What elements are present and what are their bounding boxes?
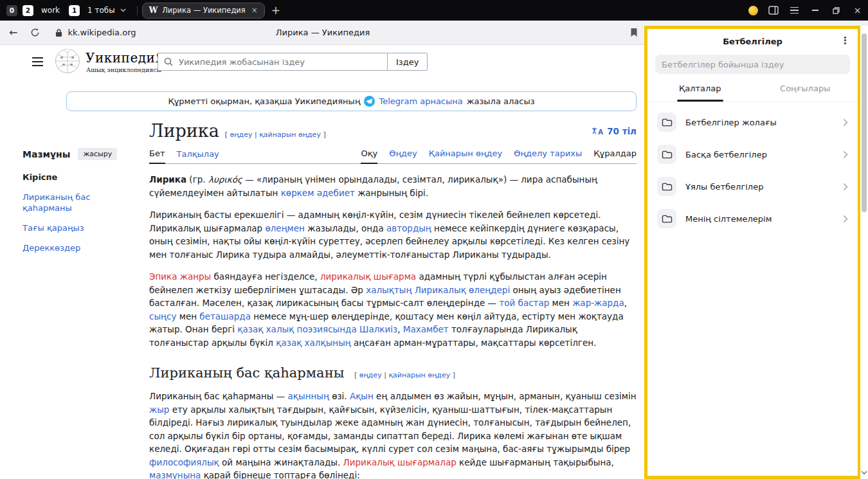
article-title: Лирика [149,121,219,141]
folder-row-mobile-bookmarks[interactable]: Ұялы бетбелгілер [647,170,858,203]
bookmarks-search-input[interactable] [655,60,850,69]
wiki-link[interactable]: мазмұнына [149,470,201,479]
pipe: | [384,371,386,379]
bracket: [ [225,131,228,139]
folder-label: Бетбелгілер жолағы [685,118,777,127]
pipe: | [255,131,257,139]
wiki-link[interactable]: Шалкиіз [359,324,397,334]
language-count: 70 тіл [607,126,637,136]
wikipedia-logo[interactable] [55,48,80,77]
active-tab[interactable]: W Лирика — Уикипедия × [142,3,265,19]
wiki-link[interactable]: автордың [386,223,431,233]
bookmark-icon[interactable] [630,28,638,37]
wiki-link[interactable]: сыңсу [149,311,176,321]
rewards-icon[interactable] [743,6,763,15]
browser-menu-icon[interactable] [784,7,804,14]
wiki-redlink[interactable]: Лирикалық шығармалар [343,457,457,467]
wiki-link[interactable]: философиялық [149,457,219,467]
reload-button[interactable] [30,28,40,37]
text-segment: (гр. [186,174,208,185]
folder-label: Менің сілтемелерім [685,214,772,224]
wiki-link[interactable]: беташарда [199,311,251,321]
article-paragraph: Лириканың бас қаһарманы — ақынның өзі. А… [149,390,637,479]
wiki-link[interactable]: ақынның [288,391,329,401]
restore-button[interactable] [826,0,847,21]
panel-tab-folders[interactable]: Қалталар [647,75,753,102]
folder-icon [657,113,676,132]
tab-group-work[interactable]: 2 work [23,5,62,16]
tab-group-work-badge: 2 [23,5,33,16]
tab-history[interactable]: Өңделу тарихы [514,149,582,163]
panel-tab-recent[interactable]: Соңғылары [753,75,858,102]
folder-label: Басқа бетбелгілер [685,150,767,159]
search-icon [164,57,173,66]
minimize-button[interactable] [804,0,826,21]
wiki-link[interactable]: қазақ халық поэзиясында [237,324,356,334]
text-segment: , [624,298,627,308]
chevron-right-icon [843,150,848,159]
wiki-search-input[interactable] [177,57,370,68]
edit-source-link[interactable]: қайнарын өңдеу [388,371,450,379]
wiki-link[interactable]: Ақын [350,391,374,401]
scroll-down-icon[interactable] [861,465,867,478]
panel-menu-icon[interactable]: ⋮ [840,35,850,46]
page-scrollbar[interactable] [860,26,868,479]
tab-edit[interactable]: Өңдеу [389,149,417,163]
new-tab-button[interactable]: + [271,4,280,17]
tab-group-toby-label: 1 тобы [87,6,115,15]
edit-link[interactable]: өңдеу [230,131,253,139]
tabbar-separator [137,6,138,15]
tab-tools[interactable]: Құралдар [593,149,637,163]
tab-close-icon[interactable]: × [251,6,258,15]
folder-icon [657,177,676,196]
tab-edit-source[interactable]: Қайнарын өңдеу [429,149,502,163]
folder-row-bookmarks-bar[interactable]: Бетбелгілер жолағы [647,106,858,138]
wikipedia-wordmark[interactable]: УикипедиЯ [86,50,166,66]
tab-page[interactable]: Бет [149,149,165,164]
wiki-link[interactable]: той бастар [499,298,549,308]
wiki-link[interactable]: халықтың [366,285,411,295]
close-button[interactable]: × [847,0,868,21]
telegram-link[interactable]: Telegram арнасына [379,96,462,106]
wiki-search-box[interactable] [158,53,388,71]
wiki-link[interactable]: жар-жарда [572,298,624,308]
folder-row-my-links[interactable]: Менің сілтемелерім [647,203,858,235]
url-text[interactable]: kk.wikipedia.org [68,28,136,37]
scrollbar-thumb[interactable] [862,33,867,212]
toc-item-kirispe[interactable]: Кіріспе [23,172,113,183]
wiki-link[interactable]: Махамбет [403,324,449,334]
tab-talk[interactable]: Талқылау [177,149,219,163]
toc-item-tagy-qaranyz[interactable]: Тағы қараңыз [23,222,113,233]
edit-source-link[interactable]: қайнарын өңдеу [259,131,321,139]
wiki-redlink[interactable]: Эпика жанры [149,271,211,282]
banner-text-pre: Құрметті оқырман, қазақша Уикипедияның [168,96,360,106]
language-selector[interactable]: A 70 тіл [591,126,637,136]
toc-item-derekkozder[interactable]: Дереккөздер [23,242,113,253]
folder-label: Ұялы бетбелгілер [685,182,763,192]
wiki-link[interactable]: өлеңмен [265,223,304,233]
lock-icon[interactable] [55,28,62,37]
toc-hide-button[interactable]: жасыру [78,148,117,160]
side-panels-icon[interactable] [763,6,784,15]
tab-group-toby[interactable]: 1 1 тобы [69,5,126,16]
bookmarks-panel-highlight: Бетбелгілер ⋮ Қалталар Соңғылары Бетбелг… [644,26,861,479]
folder-row-other-bookmarks[interactable]: Басқа бетбелгілер [647,138,858,170]
bookmarks-panel: Бетбелгілер ⋮ Қалталар Соңғылары Бетбелг… [647,29,858,476]
translate-icon: A [591,127,604,136]
bookmarks-search[interactable] [655,55,850,74]
wiki-menu-icon[interactable] [32,57,43,66]
edit-link[interactable]: өңдеу [359,371,382,379]
browser-tabbar: 0 2 work 1 1 тобы W Лирика — Уикипедия ×… [0,0,868,21]
toc-item-bas-qaharmany[interactable]: Лириканың бас қаһарманы [23,192,113,213]
wiki-link[interactable]: жыр [149,404,169,415]
tab-group-zero-badge[interactable]: 0 [6,5,17,16]
back-button[interactable]: ← [9,26,17,39]
tab-read[interactable]: Оқу [361,149,377,164]
wiki-link[interactable]: қазақ халқының [276,338,350,348]
svg-text:A: A [599,129,604,136]
wiki-redlink[interactable]: лирикалық шығарма [320,271,416,282]
active-tab-title: Лирика — Уикипедия [162,6,246,15]
wiki-search-button[interactable]: Іздеу [387,53,428,71]
wiki-link[interactable]: Лирикалық өлеңдері [415,285,511,295]
wiki-link[interactable]: көркем әдебиет [281,188,355,198]
